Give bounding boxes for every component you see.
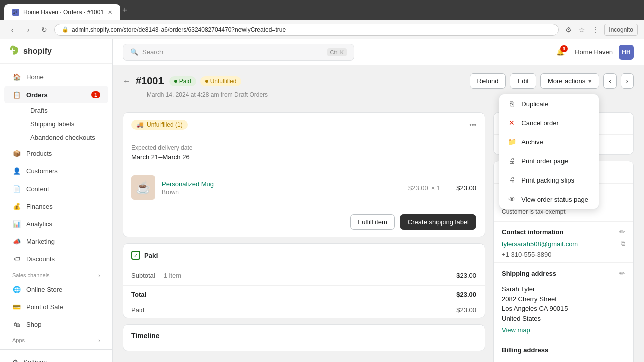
delivery-section: Expected delivery date March 21–March 26 [123, 137, 485, 168]
item-name[interactable]: Personalized Mug [162, 180, 402, 188]
dropdown-item-view-status[interactable]: 👁 View order status page [499, 190, 599, 209]
subtotal-label: Subtotal [131, 272, 155, 279]
create-shipping-label-btn[interactable]: Create shipping label [400, 214, 476, 230]
topbar-right: 🔔 1 Home Haven HH [552, 44, 634, 60]
shipping-title: Shipping address [502, 269, 556, 277]
timeline-title: Timeline [131, 332, 476, 340]
sidebar-item-content[interactable]: 📄 Content [4, 180, 108, 197]
back-btn[interactable]: ‹ [6, 24, 18, 36]
sidebar-nav: 🏠 Home 📋 Orders 1 Drafts Shipping labels… [0, 64, 112, 349]
sidebar-item-drafts[interactable]: Drafts [24, 104, 108, 117]
bookmark-btn[interactable]: ☆ [577, 24, 587, 36]
dropdown-item-print-order[interactable]: 🖨 Print order page [499, 151, 599, 170]
tab-favicon: 🛍 [12, 9, 19, 16]
dropdown-item-duplicate[interactable]: ⎘ Duplicate [499, 94, 599, 113]
sidebar-item-finances[interactable]: 💰 Finances [4, 198, 108, 215]
sidebar-item-products[interactable]: 📦 Products [4, 145, 108, 162]
sidebar-label-drafts: Drafts [30, 107, 48, 114]
more-actions-btn[interactable]: More actions ▾ [540, 73, 599, 89]
home-icon: 🏠 [12, 72, 21, 81]
menu-btn[interactable]: ⋮ [590, 24, 601, 36]
payment-paid-row: Paid $23.00 [123, 302, 485, 318]
sidebar-item-orders[interactable]: 📋 Orders 1 [4, 86, 108, 103]
dropdown-item-print-packing[interactable]: 🖨 Print packing slips [499, 170, 599, 190]
refresh-btn[interactable]: ↻ [38, 24, 50, 36]
sidebar-item-shop[interactable]: 🛍 Shop [4, 316, 108, 333]
sidebar-item-discounts[interactable]: 🏷 Discounts [4, 250, 108, 267]
shipping-country: United States [502, 314, 625, 324]
sidebar-label-marketing: Marketing [26, 238, 55, 245]
back-to-orders-btn[interactable]: ← [123, 77, 131, 86]
sidebar-bottom: ⚙ Settings [0, 349, 112, 362]
shipping-edit-btn[interactable]: ✏ [619, 269, 625, 277]
sidebar: shopify 🏠 Home 📋 Orders 1 Drafts Shippin… [0, 39, 113, 362]
paid-row-label: Paid [131, 306, 144, 314]
shop-icon: 🛍 [12, 320, 21, 329]
subtotal-amount: $23.00 [456, 272, 476, 279]
phone-row: +1 310-555-3890 [494, 249, 633, 262]
sidebar-item-settings[interactable]: ⚙ Settings [4, 354, 108, 362]
fulfill-item-btn[interactable]: Fulfill item [350, 214, 395, 230]
sidebar-item-online-store[interactable]: 🌐 Online Store [4, 281, 108, 298]
sidebar-item-shipping-labels[interactable]: Shipping labels [24, 117, 108, 131]
sidebar-item-home[interactable]: 🏠 Home [4, 68, 108, 85]
sidebar-item-abandoned-checkouts[interactable]: Abandoned checkouts [24, 131, 108, 144]
mug-icon: ☕ [136, 180, 151, 195]
browser-nav: ‹ › ↻ 🔒 admin.shopify.com/store/de8143-a… [0, 20, 644, 39]
search-bar[interactable]: 🔍 Search Ctrl K [123, 44, 354, 61]
delivery-date: March 21–March 26 [131, 153, 476, 161]
dropdown-item-archive[interactable]: 📁 Archive [499, 132, 599, 151]
delivery-label: Expected delivery date [131, 144, 476, 151]
sales-channels-label: Sales channels › [0, 268, 112, 280]
nav-next-btn[interactable]: › [621, 73, 634, 89]
truck-icon: 🚚 [136, 121, 144, 128]
finances-icon: 💰 [12, 202, 21, 211]
shipping-address: Sarah Tyler 2082 Cherry Street Los Angel… [494, 280, 633, 340]
notifications-btn[interactable]: 🔔 1 [552, 44, 569, 60]
shopify-wordmark: shopify [23, 47, 52, 56]
sidebar-item-point-of-sale[interactable]: 💳 Point of Sale [4, 298, 108, 315]
chevron-down-icon: ▾ [588, 77, 592, 85]
item-details: Personalized Mug Brown [162, 180, 402, 196]
sidebar-item-marketing[interactable]: 📣 Marketing [4, 233, 108, 250]
user-avatar[interactable]: HH [619, 45, 634, 60]
sidebar-sub-orders: Drafts Shipping labels Abandoned checkou… [0, 104, 112, 144]
pos-icon: 💳 [12, 302, 21, 311]
shopify-logo-icon [8, 45, 20, 57]
refund-btn[interactable]: Refund [470, 73, 506, 89]
extensions-btn[interactable]: ⚙ [563, 24, 574, 36]
edit-btn[interactable]: Edit [510, 73, 536, 89]
apps-expand[interactable]: › [98, 337, 100, 343]
new-tab-btn[interactable]: + [122, 5, 128, 16]
forward-btn[interactable]: › [22, 24, 34, 36]
tab-close-btn[interactable]: ✕ [108, 9, 112, 16]
contact-edit-btn[interactable]: ✏ [619, 228, 625, 236]
billing-title: Billing address [502, 346, 548, 354]
copy-email-btn[interactable]: ⧉ [621, 240, 625, 248]
print-icon-1: 🖨 [507, 156, 516, 165]
search-shortcut: Ctrl K [327, 48, 347, 56]
nav-prev-btn[interactable]: ‹ [603, 73, 616, 89]
orders-icon: 📋 [12, 90, 21, 99]
sidebar-label-customers: Customers [26, 167, 58, 175]
products-icon: 📦 [12, 149, 21, 158]
card-more-btn[interactable]: ••• [469, 121, 476, 129]
sidebar-item-customers[interactable]: 👤 Customers [4, 162, 108, 179]
browser-tab[interactable]: 🛍 Home Haven · Orders · #1001 ✕ [4, 4, 120, 20]
incognito-btn[interactable]: Incognito [604, 24, 638, 36]
unfulfilled-card: 🚚 Unfulfilled (1) ••• Expected delivery … [123, 112, 485, 237]
sidebar-item-analytics[interactable]: 📊 Analytics [4, 215, 108, 232]
customer-email[interactable]: tylersarah508@gmail.com [502, 240, 578, 248]
page-header: ← #1001 Paid Unfulfilled [113, 65, 644, 104]
sidebar-label-online-store: Online Store [26, 286, 62, 293]
customers-icon: 👤 [12, 166, 21, 175]
shipping-line2: Los Angeles CA 90015 [502, 304, 625, 314]
payment-header: ✓ Paid [123, 244, 485, 267]
view-map-link[interactable]: View map [502, 326, 625, 334]
address-bar[interactable]: 🔒 admin.shopify.com/store/de8143-a6/orde… [54, 24, 559, 36]
sidebar-label-shipping-labels: Shipping labels [30, 120, 74, 128]
sales-channels-expand[interactable]: › [98, 272, 100, 278]
sidebar-label-finances: Finances [26, 203, 53, 210]
shipping-name: Sarah Tyler [502, 284, 625, 294]
dropdown-item-cancel[interactable]: ✕ Cancel order [499, 113, 599, 132]
